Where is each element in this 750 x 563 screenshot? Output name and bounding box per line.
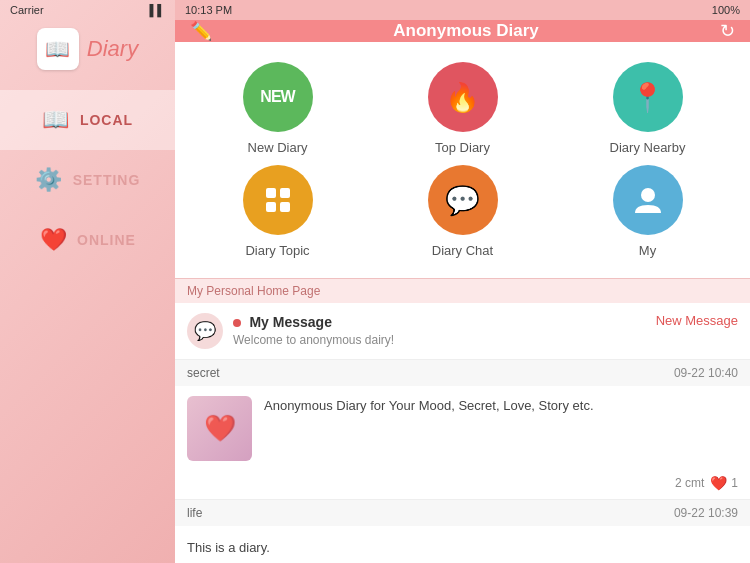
main-content: 10:13 PM 100% ✏️ Anonymous Diary ↻ NEW N… bbox=[175, 0, 750, 563]
like-heart-icon: ❤️ bbox=[710, 475, 727, 491]
message-title: My Message bbox=[249, 314, 331, 330]
my-icon bbox=[613, 165, 683, 235]
edit-icon[interactable]: ✏️ bbox=[190, 20, 212, 42]
sidebar: Carrier ▌▌ 📖 Diary 📖 LOCAL ⚙️ SETTING ❤️… bbox=[0, 0, 175, 563]
battery-display: 100% bbox=[712, 4, 740, 16]
sidebar-item-local[interactable]: 📖 LOCAL bbox=[0, 90, 175, 150]
entry-1-thumbnail: ❤️ bbox=[187, 396, 252, 461]
diary-nearby-label: Diary Nearby bbox=[610, 140, 686, 155]
entry-1-footer: 2 cmt ❤️ 1 bbox=[175, 471, 750, 499]
message-title-row: My Message bbox=[233, 313, 394, 331]
message-icon-wrap: 💬 bbox=[187, 313, 223, 349]
entry-2-body: This is a diary. bbox=[175, 526, 750, 563]
logo-text: Diary bbox=[87, 36, 138, 62]
svg-rect-3 bbox=[280, 202, 290, 212]
svg-rect-1 bbox=[280, 188, 290, 198]
unread-dot bbox=[233, 319, 241, 327]
sidebar-logo: 📖 Diary bbox=[37, 28, 138, 70]
entry-2-header: life 09-22 10:39 bbox=[175, 500, 750, 526]
like-count: 1 bbox=[731, 476, 738, 490]
time-display: 10:13 PM bbox=[185, 4, 232, 16]
sidebar-nav: 📖 LOCAL ⚙️ SETTING ❤️ ONLINE bbox=[0, 90, 175, 270]
heart-nav-icon: ❤️ bbox=[39, 227, 67, 253]
diary-nearby-icon: 📍 bbox=[613, 62, 683, 132]
gear-icon: ⚙️ bbox=[35, 167, 63, 193]
diary-chat-label: Diary Chat bbox=[432, 243, 493, 258]
entry-1-text: Anonymous Diary for Your Mood, Secret, L… bbox=[264, 396, 738, 416]
new-diary-button[interactable]: NEW New Diary bbox=[203, 62, 353, 155]
sidebar-item-online[interactable]: ❤️ ONLINE bbox=[0, 210, 175, 270]
main-statusbar: 10:13 PM 100% bbox=[175, 0, 750, 20]
new-message-badge[interactable]: New Message bbox=[646, 313, 738, 328]
svg-point-4 bbox=[641, 188, 655, 202]
personal-section-header: My Personal Home Page bbox=[175, 278, 750, 303]
entry-2-tag: life bbox=[187, 506, 202, 520]
top-diary-icon: 🔥 bbox=[428, 62, 498, 132]
topbar-title: Anonymous Diary bbox=[393, 21, 538, 41]
carrier: Carrier bbox=[10, 4, 44, 16]
entry-2-date: 09-22 10:39 bbox=[674, 506, 738, 520]
diary-entry-1[interactable]: secret 09-22 10:40 ❤️ Anonymous Diary fo… bbox=[175, 360, 750, 500]
diary-chat-icon: 💬 bbox=[428, 165, 498, 235]
my-button[interactable]: My bbox=[573, 165, 723, 258]
entry-1-like[interactable]: ❤️ 1 bbox=[710, 475, 738, 491]
thumb-heart-icon: ❤️ bbox=[204, 413, 236, 444]
svg-rect-2 bbox=[266, 202, 276, 212]
message-bubble-icon: 💬 bbox=[194, 320, 216, 342]
message-content: My Message Welcome to anonymous dairy! bbox=[233, 313, 394, 347]
diary-entry-2[interactable]: life 09-22 10:39 This is a diary. bbox=[175, 500, 750, 563]
diary-topic-icon bbox=[243, 165, 313, 235]
sidebar-item-setting[interactable]: ⚙️ SETTING bbox=[0, 150, 175, 210]
entry-1-date: 09-22 10:40 bbox=[674, 366, 738, 380]
sidebar-local-label: LOCAL bbox=[80, 112, 133, 128]
my-message-row[interactable]: 💬 My Message Welcome to anonymous dairy!… bbox=[175, 303, 750, 360]
entry-2-text: This is a diary. bbox=[187, 540, 270, 555]
new-diary-icon: NEW bbox=[243, 62, 313, 132]
diary-nearby-button[interactable]: 📍 Diary Nearby bbox=[573, 62, 723, 155]
diary-chat-button[interactable]: 💬 Diary Chat bbox=[388, 165, 538, 258]
top-diary-button[interactable]: 🔥 Top Diary bbox=[388, 62, 538, 155]
grid-row-1: NEW New Diary 🔥 Top Diary 📍 Diary Nearby bbox=[185, 62, 740, 155]
new-diary-label: New Diary bbox=[248, 140, 308, 155]
refresh-icon[interactable]: ↻ bbox=[720, 20, 735, 42]
signal-icon: ▌▌ bbox=[149, 4, 165, 16]
sidebar-setting-label: SETTING bbox=[73, 172, 141, 188]
book-icon: 📖 bbox=[42, 107, 70, 133]
diary-topic-label: Diary Topic bbox=[245, 243, 309, 258]
svg-rect-0 bbox=[266, 188, 276, 198]
grid-area: NEW New Diary 🔥 Top Diary 📍 Diary Nearby bbox=[175, 42, 750, 278]
logo-icon: 📖 bbox=[37, 28, 79, 70]
message-subtitle: Welcome to anonymous dairy! bbox=[233, 333, 394, 347]
diary-topic-button[interactable]: Diary Topic bbox=[203, 165, 353, 258]
sidebar-statusbar: Carrier ▌▌ bbox=[0, 0, 175, 20]
sidebar-online-label: ONLINE bbox=[77, 232, 136, 248]
top-diary-label: Top Diary bbox=[435, 140, 490, 155]
entry-1-header: secret 09-22 10:40 bbox=[175, 360, 750, 386]
topbar: ✏️ Anonymous Diary ↻ bbox=[175, 20, 750, 42]
entry-1-comments: 2 cmt bbox=[675, 476, 704, 490]
grid-row-2: Diary Topic 💬 Diary Chat My bbox=[185, 165, 740, 258]
entry-1-tag: secret bbox=[187, 366, 220, 380]
my-label: My bbox=[639, 243, 656, 258]
entry-1-body: ❤️ Anonymous Diary for Your Mood, Secret… bbox=[175, 386, 750, 471]
